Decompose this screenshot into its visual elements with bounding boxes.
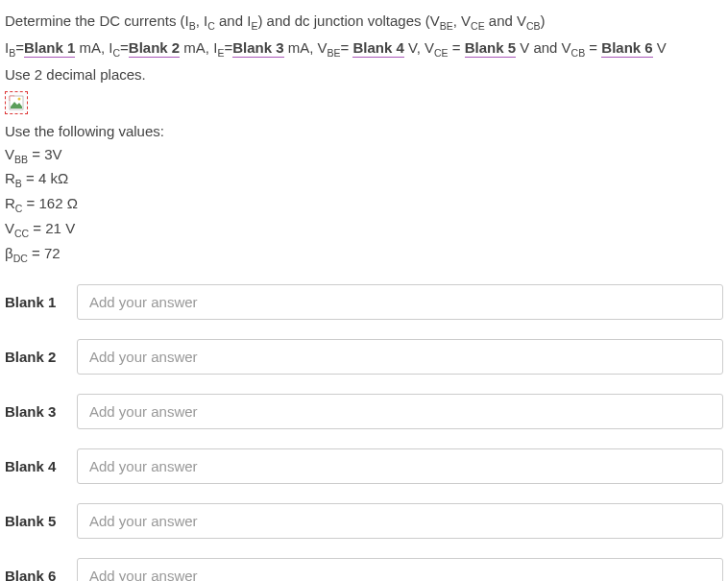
svg-point-2 [18,97,21,100]
value-vcc: VCC = 21 V [5,217,723,242]
blank-6-input[interactable] [77,558,723,581]
subscript: CE [471,20,485,32]
blank-1-ref: Blank 1 [24,39,75,58]
blank-row-6: Blank 6 [5,558,723,581]
blank-row-4: Blank 4 [5,448,723,484]
subscript: CE [434,47,449,59]
question-line-1: Determine the DC currents (IB, IC and IE… [5,10,723,35]
value-rc: RC = 162 Ω [5,192,723,217]
text: = [341,39,353,56]
subscript: C [112,47,120,59]
text: and V [485,12,526,29]
text: , V [453,12,471,29]
question-line-3: Use 2 decimal places. [5,63,723,86]
text: , I [196,12,208,29]
blank-6-ref: Blank 6 [601,39,652,58]
blank-2-label: Blank 2 [5,349,77,365]
text: ) [541,12,546,29]
subscript: CB [571,47,586,59]
text: V, V [404,39,434,56]
blank-5-label: Blank 5 [5,513,77,529]
blank-row-2: Blank 2 [5,339,723,375]
subscript: C [207,20,215,32]
question-line-2: IB=Blank 1 mA, IC=Blank 2 mA, IE=Blank 3… [5,36,723,61]
text: Determine the DC currents (I [5,12,189,29]
value-rb: RB = 4 kΩ [5,167,723,192]
text: = [120,39,129,56]
broken-image-icon [5,91,28,114]
subscript: BE [440,20,453,32]
blank-3-label: Blank 3 [5,403,77,420]
question-prompt: Determine the DC currents (IB, IC and IE… [5,10,723,86]
blank-4-label: Blank 4 [5,458,77,474]
blank-1-input[interactable] [77,284,723,320]
blank-3-input[interactable] [77,394,723,429]
text: = [449,39,465,56]
blank-3-ref: Blank 3 [232,39,283,58]
blank-6-label: Blank 6 [5,568,77,581]
text: = [224,39,232,56]
subscript: CB [526,20,541,32]
values-heading: Use the following values: [5,120,723,143]
text: and I [215,12,252,29]
text: = [585,39,601,56]
text: mA, I [180,39,217,56]
subscript: BE [328,47,341,59]
blank-4-ref: Blank 4 [352,39,403,58]
blank-4-input[interactable] [77,448,723,484]
text: V and V [516,39,571,56]
text: mA, V [284,39,328,56]
blank-2-ref: Blank 2 [129,39,180,58]
blank-1-label: Blank 1 [5,294,77,310]
blank-row-3: Blank 3 [5,394,723,429]
text: mA, I [75,39,112,56]
value-vbb: VBB = 3V [5,143,723,168]
text: ) and dc junction voltages (V [257,12,439,29]
blank-2-input[interactable] [77,339,723,375]
blank-5-ref: Blank 5 [465,39,516,58]
value-beta: βDC = 72 [5,242,723,267]
subscript: B [189,20,196,32]
blank-row-5: Blank 5 [5,503,723,539]
values-block: Use the following values: VBB = 3V RB = … [5,120,723,267]
blank-row-1: Blank 1 [5,284,723,320]
text: V [653,39,667,56]
text: = [15,39,24,56]
blank-5-input[interactable] [77,503,723,539]
